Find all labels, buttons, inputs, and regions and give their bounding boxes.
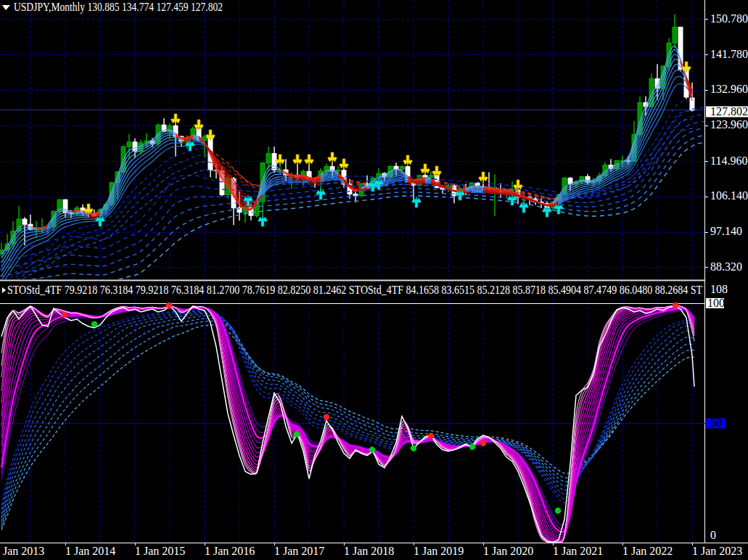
svg-text:150.780: 150.780: [710, 12, 748, 25]
svg-text:114.960: 114.960: [710, 155, 747, 167]
svg-text:50: 50: [710, 416, 722, 429]
svg-text:1 Jan 2013: 1 Jan 2013: [0, 545, 44, 557]
svg-text:132.960: 132.960: [710, 83, 748, 95]
svg-text:STOStd_4TF 79.9218 76.3184 79.: STOStd_4TF 79.9218 76.3184 79.9218 76.31…: [7, 284, 702, 296]
svg-text:1 Jan 2015: 1 Jan 2015: [135, 545, 185, 557]
svg-text:1 Jan 2017: 1 Jan 2017: [274, 545, 324, 557]
svg-text:1 Jan 2019: 1 Jan 2019: [414, 545, 464, 557]
svg-text:1 Jan 2014: 1 Jan 2014: [65, 545, 115, 557]
svg-text:127.802: 127.802: [710, 105, 748, 118]
svg-text:1 Jan 2021: 1 Jan 2021: [553, 545, 603, 557]
svg-text:97.140: 97.140: [710, 225, 742, 237]
svg-text:141.780: 141.780: [710, 48, 748, 60]
svg-text:1 Jan 2018: 1 Jan 2018: [344, 545, 394, 557]
svg-text:88.320: 88.320: [710, 260, 742, 273]
svg-text:0: 0: [710, 529, 716, 541]
svg-text:108: 108: [710, 283, 728, 295]
svg-text:100: 100: [707, 297, 725, 309]
svg-text:1 Jan 2016: 1 Jan 2016: [205, 545, 255, 557]
svg-text:1 Jan 2020: 1 Jan 2020: [483, 545, 533, 557]
svg-text:1 Jan 2023: 1 Jan 2023: [692, 545, 742, 557]
svg-text:123.960: 123.960: [710, 118, 748, 131]
svg-text:106.140: 106.140: [710, 189, 748, 202]
svg-text:USDJPY,Monthly 130.885 134.77: USDJPY,Monthly 130.885 134.774 127.459 1…: [14, 1, 223, 14]
svg-text:1 Jan 2022: 1 Jan 2022: [622, 545, 673, 557]
